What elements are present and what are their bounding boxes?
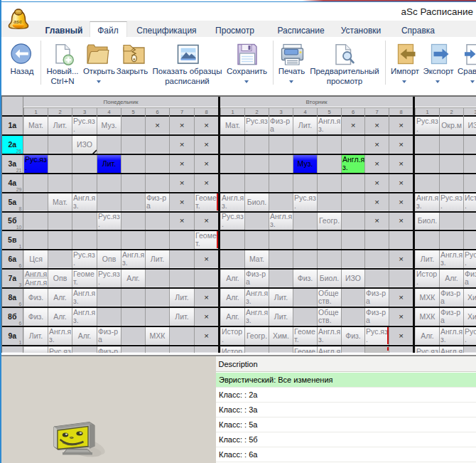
svg-text:asc: asc bbox=[13, 19, 22, 24]
